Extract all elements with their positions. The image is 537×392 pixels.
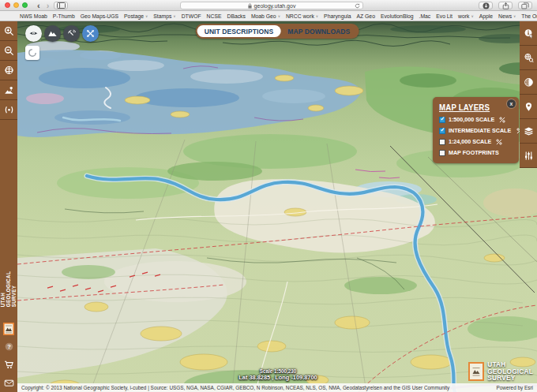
chevron-down-icon: ∨ [513,14,516,18]
bookmark-news[interactable]: News∨ [498,13,516,19]
layer-checkbox[interactable] [439,139,445,145]
chevron-down-icon: ∨ [278,14,280,18]
map-canvas[interactable]: UNIT DESCRIPTIONS MAP DOWNLOADS MAP LAYE… [17,21,537,392]
bookmark-moab-geo[interactable]: Moab Geo∨ [251,13,280,19]
unit-descriptions-button[interactable]: UNIT DESCRIPTIONS [197,25,281,37]
bookmark-label: NWS Moab [20,13,47,19]
bookmark--mac[interactable]: .Mac [419,13,431,19]
layer-row: INTERMEDIATE SCALE [439,127,513,134]
geologic-map-art [17,21,537,392]
bookmark-dbacks[interactable]: DBacks [227,13,245,19]
layer-checkbox[interactable] [439,128,445,134]
zoom-out-button[interactable] [0,41,17,61]
zoom-in-button[interactable] [0,21,17,41]
close-window-button[interactable] [5,2,10,8]
bookmark-evolutionblog[interactable]: EvolutionBlog [381,13,414,19]
bookmark-label: Apple [479,13,493,19]
zoom-out-icon [4,46,14,56]
coordinate-readout: Scale 1:500,230 Lat 38.8285 , Long -109.… [207,368,349,381]
browser-window: ‹ › geology.utah.gov NWS MoabP-Thum [0,0,537,392]
browser-toolbar: ‹ › geology.utah.gov [0,0,537,11]
bookmark-evo-lit[interactable]: Evo Lit [436,13,453,19]
layer-options-icon[interactable] [496,139,502,145]
scale-readout: Scale 1:500,230 [207,368,349,374]
window-controls [5,2,28,8]
forward-button[interactable]: › [43,2,53,9]
map-downloads-button[interactable]: MAP DOWNLOADS [280,25,357,37]
bookmark-label: work [458,13,469,19]
ugs-logo-button[interactable] [0,319,17,338]
view-eye-button[interactable] [25,25,42,42]
layer-list: 1:500,000 SCALEINTERMEDIATE SCALE1:24,00… [439,116,513,156]
bookmark-label: Geo Maps-UGS [81,13,118,19]
bookmark-nws-moab[interactable]: NWS Moab [20,13,47,19]
bookmark-geo-maps-ugs[interactable]: Geo Maps-UGS [81,13,118,19]
locate-button[interactable] [0,100,17,120]
sidebar-vertical-title: UTAH GEOLOGICAL SURVEY [0,259,17,319]
back-button[interactable]: ‹ [34,2,43,9]
places-icon [4,85,14,95]
bookmark-dtwof[interactable]: DTWOF [182,13,201,19]
mail-button[interactable] [0,374,17,392]
bookmark-work[interactable]: work∨ [458,13,474,19]
lock-icon [248,3,252,9]
downloads-icon [483,2,490,9]
share-button[interactable] [498,2,513,9]
url-text: geology.utah.gov [254,3,296,9]
compass-ring-icon [28,48,37,58]
adjust-button[interactable] [520,144,537,168]
attribution-bar: Copyright: © 2013 National Geographic So… [17,383,537,392]
bookmark-label: NCSE [207,13,222,19]
view-satellite-button[interactable] [63,25,80,42]
chevron-down-icon: ∨ [316,14,318,18]
bookmark-postage[interactable]: Postage∨ [124,13,148,19]
bookmark-label: News [498,13,512,19]
brand-line3: SURVEY [487,375,533,382]
tab-overview-button[interactable] [518,2,532,9]
powered-by-esri[interactable]: Powered by Esri [496,385,533,390]
pin-button[interactable] [520,95,537,119]
close-icon[interactable]: x [507,99,516,108]
sidebar-toggle-button[interactable] [54,2,68,9]
cart-button[interactable] [0,356,17,374]
latlong-readout: Lat 38.8285 , Long -109.8700 [207,374,349,381]
layer-checkbox[interactable] [439,150,445,156]
layers-icon [524,126,534,136]
view-navigate-button[interactable] [82,25,99,42]
bookmark-label: Postage [124,13,144,19]
copyright-text: Copyright: © 2013 National Geographic So… [21,385,449,390]
places-button[interactable] [0,80,17,100]
sidebar-spacer [0,120,17,259]
layer-checkbox[interactable] [439,117,445,123]
bookmark-the-onion[interactable]: The Onion [521,13,537,19]
full-extent-icon [4,65,14,76]
view-terrain-button[interactable] [44,25,61,42]
full-extent-button[interactable] [0,61,17,80]
toolbar-right-buttons [477,2,532,9]
bookmark-label: Stamps [153,13,171,19]
bookmark-p-thumb[interactable]: P-Thumb [53,13,75,19]
minimize-window-button[interactable] [13,2,19,8]
address-bar[interactable]: geology.utah.gov [180,2,363,9]
navigation-compass-button[interactable] [25,46,39,60]
bookmark-ncse[interactable]: NCSE [207,13,222,19]
bookmark-stamps[interactable]: Stamps∨ [153,13,175,19]
basemap-button[interactable] [520,70,537,95]
downloads-button[interactable] [479,2,493,9]
bookmark-apple[interactable]: Apple [479,13,493,19]
search-button[interactable] [520,46,537,70]
bookmark-label: Pharyngula [324,13,351,19]
layer-options-icon[interactable] [499,117,505,123]
reload-button[interactable] [355,3,360,9]
identify-button[interactable] [520,21,537,46]
layers-button[interactable] [520,119,537,144]
layer-row: 1:500,000 SCALE [439,116,513,123]
bookmark-label: .Mac [419,13,431,19]
bookmark-pharyngula[interactable]: Pharyngula [324,13,351,19]
help-button[interactable]: ? [0,338,17,356]
bookmark-az-geo[interactable]: AZ Geo [357,13,375,19]
svg-text:?: ? [7,343,11,350]
bookmark-nrcc-work[interactable]: NRCC work∨ [286,13,318,19]
zoom-window-button[interactable] [22,2,28,8]
share-icon [502,2,509,9]
